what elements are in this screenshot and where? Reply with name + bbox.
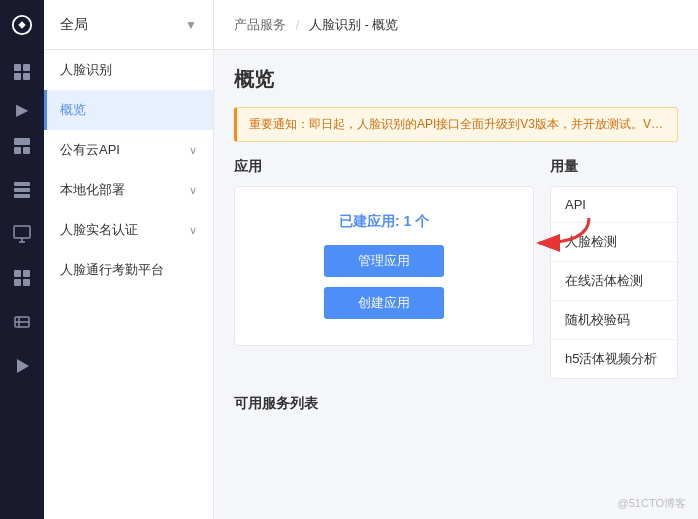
usage-item-liveness[interactable]: 在线活体检测 <box>551 262 677 301</box>
usage-item-api-label: API <box>565 197 586 212</box>
sidebar-item-overview-label: 概览 <box>60 101 86 119</box>
sidebar-item-face-attendance[interactable]: 人脸通行考勤平台 <box>44 250 213 290</box>
icon-bar: ▶ <box>0 0 44 519</box>
nav-media-icon[interactable] <box>0 300 44 344</box>
usage-item-captcha[interactable]: 随机校验码 <box>551 301 677 340</box>
usage-item-h5-video-label: h5活体视频分析 <box>565 351 657 366</box>
svg-rect-4 <box>23 73 30 80</box>
nav-layout-icon[interactable] <box>0 124 44 168</box>
usage-item-face-detect[interactable]: 人脸检测 <box>551 223 677 262</box>
breadcrumb-sep: / <box>296 17 300 32</box>
main-content: 产品服务 / 人脸识别 - 概览 概览 重要通知：即日起，人脸识别的API接口全… <box>214 0 698 519</box>
svg-rect-3 <box>14 73 21 80</box>
usage-item-captcha-label: 随机校验码 <box>565 312 630 327</box>
sidebar-item-local-deploy-label: 本地化部署 <box>60 181 125 199</box>
sidebar-item-public-cloud-api-arrow-icon: ∨ <box>189 144 197 157</box>
usage-section-title: 用量 <box>550 158 678 176</box>
nav-play-icon[interactable] <box>0 344 44 388</box>
watermark: @51CTO博客 <box>618 496 686 511</box>
breadcrumb: 产品服务 / 人脸识别 - 概览 <box>234 16 398 34</box>
svg-rect-8 <box>14 182 30 186</box>
sidebar-header-title: 全局 <box>60 16 185 34</box>
sidebar-item-face-auth-label: 人脸实名认证 <box>60 221 138 239</box>
sidebar-item-face-recognition-label: 人脸识别 <box>60 61 112 79</box>
svg-rect-9 <box>14 188 30 192</box>
svg-rect-16 <box>14 279 21 286</box>
collapse-arrow-icon[interactable]: ▶ <box>0 94 44 124</box>
sidebar-item-local-deploy-arrow-icon: ∨ <box>189 184 197 197</box>
usage-section: 用量 API 人脸检测 在线活体检测 随机校验码 h5活体视频分 <box>550 158 678 379</box>
manage-app-button[interactable]: 管理应用 <box>324 245 444 277</box>
available-section: 可用服务列表 <box>234 395 678 413</box>
nav-table-icon[interactable] <box>0 168 44 212</box>
usage-item-liveness-label: 在线活体检测 <box>565 273 643 288</box>
page-title: 概览 <box>234 66 678 93</box>
usage-item-h5-video[interactable]: h5活体视频分析 <box>551 340 677 378</box>
create-app-button[interactable]: 创建应用 <box>324 287 444 319</box>
app-section-title: 应用 <box>234 158 534 176</box>
sidebar-item-overview[interactable]: 概览 <box>44 90 213 130</box>
app-card: 已建应用: 1 个 管理应用 创建应用 <box>234 186 534 346</box>
sidebar-item-public-cloud-api[interactable]: 公有云API ∨ <box>44 130 213 170</box>
content-area: 概览 重要通知：即日起，人脸识别的API接口全面升级到V3版本，并开放测试。V3… <box>214 50 698 519</box>
breadcrumb-part2: 人脸识别 - 概览 <box>309 17 399 32</box>
sidebar: 全局 ▼ 人脸识别 概览 公有云API ∨ 本地化部署 ∨ 人脸实名认证 ∨ 人… <box>44 0 214 519</box>
app-logo[interactable] <box>0 0 44 50</box>
svg-rect-10 <box>14 194 30 198</box>
notice-banner: 重要通知：即日起，人脸识别的API接口全面升级到V3版本，并开放测试。V3版本.… <box>234 107 678 142</box>
app-section: 应用 已建应用: 1 个 管理应用 创建应用 <box>234 158 534 346</box>
svg-rect-11 <box>14 226 30 238</box>
available-section-title: 可用服务列表 <box>234 395 678 413</box>
svg-rect-6 <box>14 147 21 154</box>
sidebar-item-local-deploy[interactable]: 本地化部署 ∨ <box>44 170 213 210</box>
app-count-value: 1 个 <box>403 213 429 229</box>
nav-grid2-icon[interactable] <box>0 256 44 300</box>
nav-dashboard-icon[interactable] <box>0 50 44 94</box>
sidebar-nav: 人脸识别 概览 公有云API ∨ 本地化部署 ∨ 人脸实名认证 ∨ 人脸通行考勤… <box>44 50 213 519</box>
breadcrumb-part1: 产品服务 <box>234 17 286 32</box>
svg-marker-21 <box>17 359 29 373</box>
svg-rect-2 <box>23 64 30 71</box>
svg-rect-17 <box>23 279 30 286</box>
app-count: 已建应用: 1 个 <box>339 213 429 231</box>
sidebar-item-face-auth[interactable]: 人脸实名认证 ∨ <box>44 210 213 250</box>
svg-rect-1 <box>14 64 21 71</box>
svg-rect-5 <box>14 138 30 145</box>
svg-rect-15 <box>23 270 30 277</box>
section-row: 应用 已建应用: 1 个 管理应用 创建应用 <box>234 158 678 379</box>
sidebar-item-face-auth-arrow-icon: ∨ <box>189 224 197 237</box>
nav-monitor-icon[interactable] <box>0 212 44 256</box>
usage-list: API 人脸检测 在线活体检测 随机校验码 h5活体视频分析 <box>550 186 678 379</box>
sidebar-item-face-attendance-label: 人脸通行考勤平台 <box>60 261 164 279</box>
topbar: 产品服务 / 人脸识别 - 概览 <box>214 0 698 50</box>
usage-item-api[interactable]: API <box>551 187 677 223</box>
app-count-label: 已建应用: <box>339 213 400 229</box>
svg-rect-14 <box>14 270 21 277</box>
sidebar-header-arrow-icon: ▼ <box>185 18 197 32</box>
sidebar-header[interactable]: 全局 ▼ <box>44 0 213 50</box>
svg-rect-7 <box>23 147 30 154</box>
usage-item-face-detect-label: 人脸检测 <box>565 234 617 249</box>
sidebar-item-face-recognition[interactable]: 人脸识别 <box>44 50 213 90</box>
notice-text: 重要通知：即日起，人脸识别的API接口全面升级到V3版本，并开放测试。V3版本.… <box>249 117 678 131</box>
sidebar-item-public-cloud-api-label: 公有云API <box>60 141 120 159</box>
